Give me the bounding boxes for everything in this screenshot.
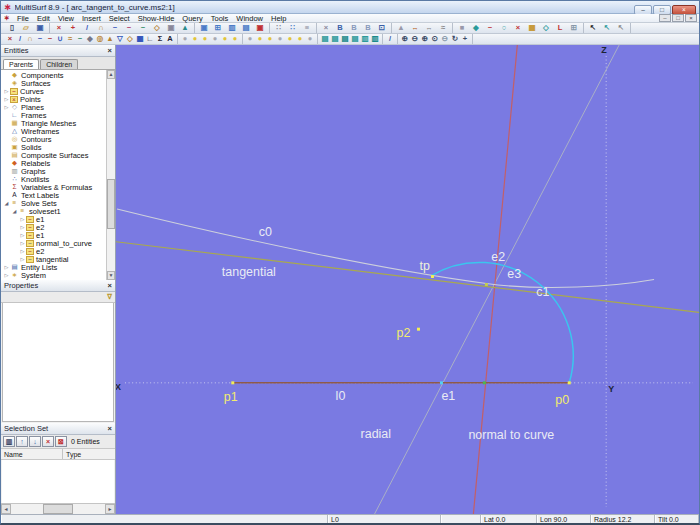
entities-scrollbar[interactable]: ▲ ▼	[106, 70, 115, 280]
view-quad-icon[interactable]: ⊞	[211, 23, 225, 33]
tree-item-system[interactable]: ▷∗System	[1, 271, 106, 279]
mass-properties-icon[interactable]: ▲	[394, 23, 408, 33]
grid-tool-icon[interactable]: ⊞	[567, 23, 581, 33]
copy-image-icon[interactable]: ▤	[330, 34, 340, 44]
cut-tool-icon[interactable]: ×	[319, 23, 333, 33]
zoom-previous-icon[interactable]: ⊖	[440, 34, 450, 44]
tree-item-solveset1[interactable]: ◢≡solveset1	[1, 207, 106, 215]
select-parents-icon[interactable]: ↖	[600, 23, 614, 33]
ruled-surface-icon[interactable]: ▲	[105, 34, 115, 44]
scroll-thumb[interactable]	[107, 179, 115, 229]
foil-entity-icon[interactable]: ∪	[55, 34, 65, 44]
expander-icon[interactable]: ◢	[11, 208, 18, 214]
tree-item-entity-lists[interactable]: ▷▤Entity Lists	[1, 263, 106, 271]
formula-entity-icon[interactable]: Σ	[155, 34, 165, 44]
grid-snap-icon[interactable]: ∷	[272, 23, 286, 33]
expander-icon[interactable]: ▷	[19, 240, 26, 246]
magnet-entity-icon[interactable]: ◆	[85, 34, 95, 44]
menu-file[interactable]: File	[13, 14, 33, 23]
menu-insert[interactable]: Insert	[78, 14, 105, 23]
pan-view-icon[interactable]: +	[460, 34, 470, 44]
remove-all-icon[interactable]: ⊠	[55, 436, 67, 447]
insert-surface-icon[interactable]: ◇	[150, 23, 164, 33]
measure-offsets-icon[interactable]: ↔	[422, 23, 436, 33]
viewport[interactable]: c0tangentialtpe2e3c1p2p1l0e1p0radialnorm…	[116, 45, 699, 514]
blend-surface-icon[interactable]: ◇	[125, 34, 135, 44]
copy-tool-icon[interactable]: B	[333, 23, 347, 33]
hscroll-track[interactable]	[11, 504, 105, 514]
new-file-icon[interactable]: ▯	[5, 23, 19, 33]
normal-foot-point[interactable]	[483, 381, 486, 384]
export-view-icon[interactable]: ▥	[360, 34, 370, 44]
hide-all-icon[interactable]: ●	[255, 34, 265, 44]
tree-item-curves[interactable]: ▷~Curves	[1, 87, 106, 95]
insert-line-icon[interactable]: /	[80, 23, 94, 33]
zoom-extents-icon[interactable]: ⊙	[430, 34, 440, 44]
show-children-icon[interactable]: ●	[220, 34, 230, 44]
expander-icon[interactable]: ▷	[19, 224, 26, 230]
arc-entity-icon[interactable]: ∩	[25, 34, 35, 44]
zoom-window-icon[interactable]: ⊕	[420, 34, 430, 44]
view-single-icon[interactable]: ▣	[197, 23, 211, 33]
tree-item-e2[interactable]: ▷~e2	[1, 223, 106, 231]
filter-icon[interactable]: ∇	[107, 293, 112, 301]
contact-tool-icon[interactable]: ◆	[469, 23, 483, 33]
show-entity-icon[interactable]: ●	[180, 34, 190, 44]
expander-icon[interactable]: ▷	[19, 248, 26, 254]
show-surfaces-icon[interactable]: ●	[295, 34, 305, 44]
insert-ccurve-icon[interactable]: ~	[122, 23, 136, 33]
radial-line[interactable]	[375, 45, 620, 514]
scroll-up-icon[interactable]: ▲	[107, 70, 115, 79]
format-tool-icon[interactable]: B	[361, 23, 375, 33]
mesh-surface-icon[interactable]: ▦	[135, 34, 145, 44]
blister-tool-icon[interactable]: ■	[455, 23, 469, 33]
open-folder-icon[interactable]: ▱	[19, 23, 33, 33]
tree-item-composite-surfaces[interactable]: ▤Composite Surfaces	[1, 151, 106, 159]
column-type[interactable]: Type	[63, 449, 115, 459]
tab-parents[interactable]: Parents	[3, 59, 39, 69]
view-split-h-icon[interactable]: ▥	[225, 23, 239, 33]
tree-item-relabels[interactable]: ◆Relabels	[1, 159, 106, 167]
expander-icon[interactable]: ▷	[3, 88, 10, 94]
close-icon[interactable]: ×	[108, 424, 112, 434]
view-split-v-icon[interactable]: ▤	[239, 23, 253, 33]
textlabel-entity-icon[interactable]: A	[165, 34, 175, 44]
selection-hscrollbar[interactable]: ◄ ►	[1, 503, 115, 514]
copy-entities-icon[interactable]: ▤	[340, 34, 350, 44]
paste-entities-icon[interactable]: ▤	[350, 34, 360, 44]
menu-show-hide[interactable]: Show-Hide	[134, 14, 179, 23]
tp-point[interactable]	[431, 275, 434, 278]
show-parents-icon[interactable]: ●	[200, 34, 210, 44]
snake-entity-icon[interactable]: ~	[75, 34, 85, 44]
expander-icon[interactable]: ▷	[19, 256, 26, 262]
measure-distance-icon[interactable]: ↔	[408, 23, 422, 33]
tree-item-planes[interactable]: ▷◇Planes	[1, 103, 106, 111]
columns-icon[interactable]: ▥	[3, 436, 15, 447]
expander-icon[interactable]: ▷	[19, 232, 26, 238]
tree-item-wireframes[interactable]: △Wireframes	[1, 127, 106, 135]
select-cursor-icon[interactable]: ↖	[586, 23, 600, 33]
mesh-tool-icon[interactable]: ▦	[525, 23, 539, 33]
expander-icon[interactable]: ▷	[19, 216, 26, 222]
frame-entity-icon[interactable]: ∟	[145, 34, 155, 44]
view-render-icon[interactable]: ▣	[253, 23, 267, 33]
zoom-out-icon[interactable]: ⊖	[410, 34, 420, 44]
tree-item-graphs[interactable]: ▥Graphs	[1, 167, 106, 175]
save-file-icon[interactable]: ▣	[33, 23, 47, 33]
menu-query[interactable]: Query	[178, 14, 206, 23]
scroll-down-icon[interactable]: ▼	[107, 271, 115, 280]
line-entity-icon[interactable]: /	[15, 34, 25, 44]
tree-item-surfaces[interactable]: ◈Surfaces	[1, 79, 106, 87]
close-icon[interactable]: ×	[108, 46, 112, 56]
point-entity-icon[interactable]: ×	[5, 34, 15, 44]
menu-tools[interactable]: Tools	[207, 14, 233, 23]
tangent-intersection-point[interactable]	[485, 283, 488, 286]
measure-angle-icon[interactable]: ≈	[436, 23, 450, 33]
menu-window[interactable]: Window	[232, 14, 267, 23]
helix-entity-icon[interactable]: ≈	[65, 34, 75, 44]
sketch-pen-icon[interactable]: /	[385, 34, 395, 44]
scroll-track[interactable]	[107, 79, 115, 271]
select-children-icon[interactable]: ↖	[614, 23, 628, 33]
close-icon[interactable]: ×	[108, 281, 112, 291]
hscroll-thumb[interactable]	[43, 504, 73, 514]
